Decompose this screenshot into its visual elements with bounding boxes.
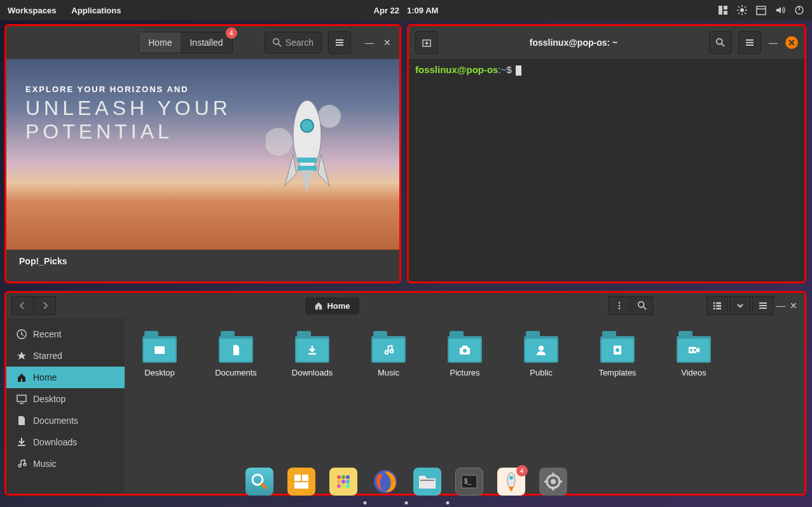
dock-search[interactable] [245, 468, 273, 496]
folder-icon [219, 331, 253, 363]
view-dropdown-button[interactable] [729, 296, 751, 315]
folder-documents[interactable]: Documents [214, 331, 258, 377]
terminal-window: fosslinux@pop-os: ~ — fosslinux@pop-os:~… [407, 24, 806, 283]
sidebar-item-label: Recent [33, 329, 61, 339]
svg-line-42 [643, 307, 646, 309]
search-icon [716, 38, 725, 47]
close-button[interactable]: ✕ [788, 300, 799, 311]
action-menu-button[interactable] [609, 296, 630, 315]
calendar-icon[interactable] [756, 5, 766, 15]
workspace-dot[interactable] [404, 501, 408, 504]
sidebar-item-starred[interactable]: Starred [6, 345, 125, 367]
dock-settings[interactable] [539, 468, 567, 496]
grid-icon [292, 473, 310, 490]
terminal-cursor [516, 65, 521, 76]
terminal-user: fosslinux@pop-os [415, 64, 498, 75]
svg-rect-67 [302, 475, 308, 481]
sidebar-item-downloads[interactable]: Downloads [6, 431, 125, 453]
rocket-illustration [266, 97, 348, 237]
files-search-button[interactable] [631, 296, 653, 315]
files-menu-button[interactable] [752, 296, 774, 315]
dock-apps[interactable] [329, 468, 357, 496]
svg-rect-48 [716, 308, 721, 310]
svg-point-41 [638, 302, 644, 308]
folder-icon [418, 473, 437, 490]
close-button[interactable] [785, 36, 798, 49]
svg-rect-45 [713, 305, 715, 307]
sidebar-item-music[interactable]: Music [6, 453, 125, 475]
folder-icon [677, 331, 711, 363]
hero-subtitle: EXPLORE YOUR HORIZONS AND [25, 84, 380, 94]
folder-downloads[interactable]: Downloads [290, 331, 334, 377]
folder-label: Pictures [450, 368, 480, 377]
hamburger-menu[interactable] [328, 31, 351, 54]
back-button[interactable] [11, 296, 33, 315]
folder-desktop[interactable]: Desktop [137, 331, 182, 377]
svg-line-11 [745, 6, 746, 8]
gear-icon [544, 473, 562, 490]
dock-firefox[interactable] [371, 468, 399, 496]
folder-public[interactable]: Public [519, 331, 563, 377]
sidebar-item-home[interactable]: Home [6, 367, 125, 388]
folder-icon [371, 331, 406, 363]
svg-point-83 [509, 476, 513, 480]
terminal-headerbar: fosslinux@pop-os: ~ — [409, 26, 804, 59]
dock-terminal[interactable]: $_ [455, 468, 483, 496]
tab-home[interactable]: Home [139, 32, 181, 53]
dock-popshop[interactable]: 4 [497, 468, 525, 496]
dock-files[interactable] [413, 468, 441, 496]
tiling-icon[interactable] [718, 5, 728, 15]
search-button[interactable]: Search [265, 32, 322, 53]
svg-point-3 [740, 8, 744, 12]
workspaces-button[interactable]: Workspaces [8, 6, 56, 15]
workspace-dot[interactable] [363, 501, 366, 504]
terminal-search-button[interactable] [709, 31, 732, 54]
close-button[interactable]: ✕ [382, 37, 393, 48]
popshop-window: Home Installed 4 Search — ✕ EXPLORE YOUR… [4, 24, 401, 283]
folder-music[interactable]: Music [366, 331, 411, 377]
minimize-button[interactable]: — [775, 300, 787, 311]
terminal-body[interactable]: fosslinux@pop-os:~$ [409, 59, 804, 281]
svg-point-57 [463, 349, 467, 353]
chevron-left-icon [18, 302, 26, 309]
close-icon [788, 39, 795, 46]
date-label: Apr 22 [374, 6, 399, 15]
svg-rect-27 [298, 166, 317, 171]
minimize-button[interactable]: — [767, 37, 779, 48]
svg-text:$_: $_ [464, 478, 472, 485]
folder-pictures[interactable]: Pictures [443, 331, 487, 377]
new-tab-button[interactable] [415, 31, 438, 54]
folder-templates[interactable]: Templates [595, 331, 640, 377]
svg-line-17 [278, 44, 280, 46]
svg-point-40 [619, 308, 621, 309]
svg-point-21 [318, 105, 341, 128]
pop-picks-heading: Pop!_Picks [6, 250, 399, 273]
svg-point-75 [337, 484, 341, 488]
power-icon[interactable] [794, 5, 804, 15]
path-label: Home [327, 301, 350, 311]
clock[interactable]: Apr 22 1:09 AM [374, 6, 439, 15]
sidebar-item-desktop[interactable]: Desktop [6, 388, 125, 410]
applications-button[interactable]: Applications [71, 6, 121, 15]
view-list-button[interactable] [706, 296, 728, 315]
popshop-hero[interactable]: EXPLORE YOUR HORIZONS AND UNLEASH YOUR P… [6, 59, 399, 250]
sidebar-item-recent[interactable]: Recent [6, 323, 125, 345]
sidebar-item-documents[interactable]: Documents [6, 410, 125, 431]
sidebar-item-label: Music [33, 459, 57, 469]
brightness-icon[interactable] [737, 5, 747, 15]
terminal-menu-button[interactable] [738, 31, 761, 54]
volume-icon[interactable] [775, 5, 785, 15]
folder-label: Documents [215, 368, 257, 377]
svg-point-63 [694, 349, 696, 351]
dock-workspaces[interactable] [287, 468, 315, 496]
minimize-button[interactable]: — [364, 37, 375, 48]
terminal-icon: $_ [460, 474, 478, 489]
tab-installed[interactable]: Installed [181, 32, 231, 53]
path-segment-home[interactable]: Home [305, 297, 359, 314]
folder-label: Templates [598, 368, 636, 377]
workspace-dot[interactable] [446, 501, 449, 504]
folder-videos[interactable]: Videos [671, 331, 716, 377]
svg-line-10 [738, 13, 740, 14]
svg-line-65 [261, 483, 266, 489]
forward-button[interactable] [34, 296, 56, 315]
